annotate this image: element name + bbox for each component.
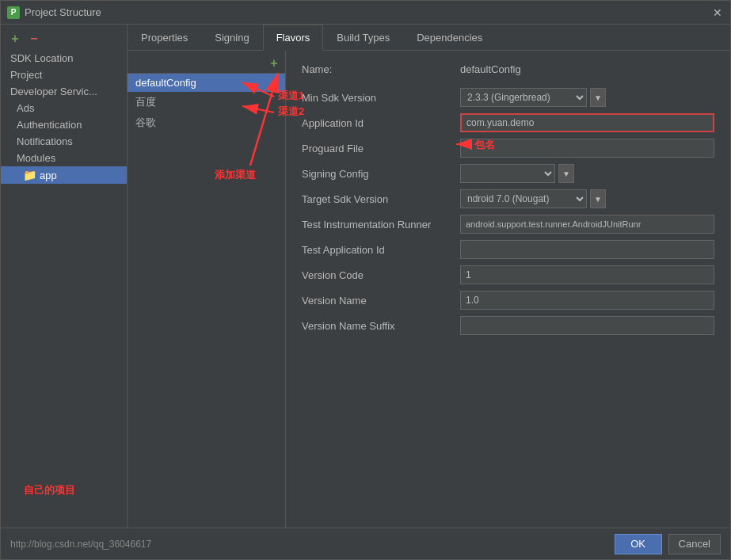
sidebar-item-sdk-location[interactable]: SDK Location xyxy=(1,50,127,67)
sidebar-item-app-inner: 📁 app xyxy=(23,169,117,181)
form-row-version-name-suffix: Version Name Suffix xyxy=(302,316,714,335)
ok-button[interactable]: OK xyxy=(615,534,662,554)
form-label-test-app-id: Test Application Id xyxy=(302,244,460,256)
form-label-target-sdk: Target Sdk Version xyxy=(302,193,460,205)
form-input-proguard[interactable] xyxy=(460,139,714,158)
tab-build-types[interactable]: Build Types xyxy=(323,25,403,50)
sidebar-toolbar: + − xyxy=(1,28,127,50)
flavor-add-button[interactable]: + xyxy=(266,55,282,71)
flavor-item-baidu[interactable]: 百度 xyxy=(128,92,285,112)
sidebar-add-button[interactable]: + xyxy=(7,31,23,47)
tab-flavors[interactable]: Flavors xyxy=(263,25,324,51)
tab-signing[interactable]: Signing xyxy=(201,25,262,50)
form-input-version-code[interactable] xyxy=(460,265,714,284)
sidebar: + − SDK Location Project Developer Servi… xyxy=(1,25,128,528)
sidebar-item-modules[interactable]: Modules xyxy=(1,150,127,166)
sidebar-remove-button[interactable]: − xyxy=(26,31,42,47)
main-panel: Properties Signing Flavors Build Types D… xyxy=(128,25,730,528)
form-row-target-sdk: Target Sdk Version ndroid 7.0 (Nougat) ▼ xyxy=(302,189,714,208)
sidebar-item-ads[interactable]: Ads xyxy=(1,100,127,116)
form-select-signing-wrapper: ▼ xyxy=(460,164,574,183)
form-input-test-app-id[interactable] xyxy=(460,240,714,259)
form-label-signing-config: Signing Config xyxy=(302,168,460,180)
sidebar-item-authentication[interactable]: Authentication xyxy=(1,116,127,133)
tabs-bar: Properties Signing Flavors Build Types D… xyxy=(128,25,730,51)
form-row-version-code: Version Code xyxy=(302,265,714,284)
form-name-value: defaultConfig xyxy=(460,63,521,75)
folder-icon: 📁 xyxy=(23,169,36,181)
form-name-label: Name: xyxy=(302,63,460,75)
flavor-item-default-config[interactable]: defaultConfig xyxy=(128,74,285,92)
form-select-target-sdk-wrapper: ndroid 7.0 (Nougat) ▼ xyxy=(460,189,606,208)
form-name-row: Name: defaultConfig xyxy=(302,63,714,75)
form-label-version-name-suffix: Version Name Suffix xyxy=(302,320,460,332)
form-label-test-runner: Test Instrumentation Runner xyxy=(302,219,460,230)
cancel-button[interactable]: Cancel xyxy=(668,534,721,554)
bottom-bar: http://blog.csdn.net/qq_36046617 OK Canc… xyxy=(1,528,730,559)
sidebar-item-app[interactable]: 📁 app xyxy=(1,166,127,184)
window-title: Project Structure xyxy=(25,6,711,18)
form-area: Name: defaultConfig Min Sdk Version 2.3.… xyxy=(286,51,730,528)
close-button[interactable]: ✕ xyxy=(711,6,724,19)
form-row-version-name: Version Name xyxy=(302,291,714,310)
target-sdk-dropdown-btn[interactable]: ▼ xyxy=(590,189,606,208)
form-input-version-name[interactable] xyxy=(460,291,714,310)
project-structure-window: P Project Structure ✕ + − SDK Location P… xyxy=(0,0,731,560)
form-select-target-sdk[interactable]: ndroid 7.0 (Nougat) xyxy=(460,189,587,208)
title-bar: P Project Structure ✕ xyxy=(1,1,730,25)
sidebar-item-app-label: app xyxy=(40,170,57,181)
sidebar-item-project[interactable]: Project xyxy=(1,67,127,83)
form-row-signing-config: Signing Config ▼ xyxy=(302,164,714,183)
app-icon: P xyxy=(7,6,20,19)
form-input-version-name-suffix[interactable] xyxy=(460,316,714,335)
min-sdk-dropdown-btn[interactable]: ▼ xyxy=(590,88,606,107)
sidebar-item-developer-services[interactable]: Developer Servic... xyxy=(1,83,127,100)
tab-dependencies[interactable]: Dependencies xyxy=(403,25,496,50)
form-select-min-sdk[interactable]: 2.3.3 (Gingerbread) xyxy=(460,88,587,107)
form-label-version-code: Version Code xyxy=(302,269,460,281)
form-label-application-id: Application Id xyxy=(302,117,460,129)
form-select-signing[interactable] xyxy=(460,164,555,183)
form-row-application-id: Application Id xyxy=(302,113,714,132)
flavors-list: + defaultConfig 百度 谷歌 xyxy=(128,51,286,528)
form-row-proguard: Proguard File xyxy=(302,139,714,158)
form-row-test-app-id: Test Application Id xyxy=(302,240,714,259)
form-label-min-sdk: Min Sdk Version xyxy=(302,92,460,104)
flavors-toolbar: + xyxy=(128,54,285,74)
form-row-test-runner: Test Instrumentation Runner xyxy=(302,215,714,234)
content-area: + − SDK Location Project Developer Servi… xyxy=(1,25,730,528)
form-label-proguard: Proguard File xyxy=(302,143,460,154)
flavors-panel: + defaultConfig 百度 谷歌 Name: defaultConfi… xyxy=(128,51,730,528)
form-row-min-sdk: Min Sdk Version 2.3.3 (Gingerbread) ▼ xyxy=(302,88,714,107)
signing-dropdown-btn[interactable]: ▼ xyxy=(558,164,574,183)
flavor-item-google[interactable]: 谷歌 xyxy=(128,112,285,133)
form-input-test-runner[interactable] xyxy=(460,215,714,234)
form-input-application-id[interactable] xyxy=(460,113,714,132)
form-label-version-name: Version Name xyxy=(302,295,460,307)
watermark-text: http://blog.csdn.net/qq_36046617 xyxy=(10,539,608,550)
tab-properties[interactable]: Properties xyxy=(128,25,201,50)
form-select-min-sdk-wrapper: 2.3.3 (Gingerbread) ▼ xyxy=(460,88,606,107)
sidebar-item-notifications[interactable]: Notifications xyxy=(1,133,127,150)
